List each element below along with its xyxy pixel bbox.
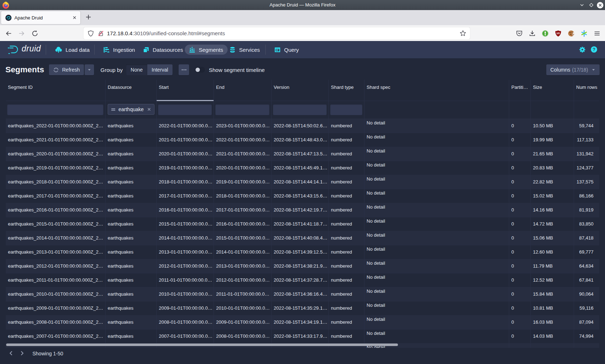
cell-segment-id: earthquakes_2022-01-01T00:00:00.000Z_2… (6, 119, 106, 133)
nav-item-services[interactable]: Services (225, 45, 264, 55)
nav-item-load-data[interactable]: Load data (51, 45, 94, 55)
cell-segment-id: earthquakes_2020-01-01T00:00:00.000Z_2… (6, 147, 106, 161)
column-header-size[interactable]: Size (531, 80, 574, 101)
column-header-segment-id[interactable]: Segment ID (6, 80, 106, 101)
tracking-shield-icon[interactable] (88, 30, 94, 37)
pocket-icon[interactable] (516, 30, 523, 37)
filter-cell-num-rows (574, 101, 599, 119)
column-header-start[interactable]: Start (157, 80, 214, 101)
cell-segment-id: earthquakes_2014-01-01T00:00:00.000Z_2… (6, 231, 106, 245)
url-bar[interactable]: 172.18.0.4:30109/unified-console.html#se… (84, 27, 470, 39)
ublock-origin-icon[interactable]: UO (555, 30, 562, 37)
cell-start: 2008-01-01T00:00:00.0… (157, 315, 214, 329)
url-host: 172.18.0.4 (107, 30, 133, 36)
pagination-footer: Showing 1-50 (0, 348, 605, 364)
cell-version: 2022-08-15T14:48:43.0… (272, 133, 329, 147)
start-filter-input[interactable] (158, 104, 212, 115)
navbar-divider (46, 45, 46, 55)
refresh-dropdown-button[interactable] (85, 64, 94, 75)
cell-partition: 0 (509, 217, 531, 231)
reload-button[interactable] (31, 30, 39, 37)
toggle-knob (196, 68, 200, 72)
tab-close-button[interactable] (71, 14, 79, 22)
cell-size: 20.83 MB (531, 161, 574, 175)
window-close-button[interactable] (596, 0, 604, 10)
window-maximize-button[interactable] (587, 0, 596, 10)
refresh-button[interactable]: Refresh (49, 64, 84, 75)
cell-segment-id: earthquakes_2015-01-01T00:00:00.000Z_2… (6, 217, 106, 231)
cell-segment-id: earthquakes_2019-01-01T00:00:00.000Z_2… (6, 161, 106, 175)
window-minimize-button[interactable] (578, 0, 586, 10)
column-header-shard-spec[interactable]: Shard spec (364, 80, 509, 101)
cell-partition: 0 (509, 119, 531, 133)
cell-segment-id: earthquakes_2010-01-01T00:00:00.000Z_2… (6, 287, 106, 301)
cell-datasource: earthquakes (106, 245, 157, 259)
cell-end: 2017-01-01T00:00:00.0… (214, 203, 272, 217)
druid-logo-icon (8, 45, 20, 54)
cell-end: 2010-01-01T00:00:00.0… (214, 301, 272, 315)
cell-start: 2018-01-01T00:00:00.0… (157, 175, 214, 189)
menu-hamburger-icon[interactable] (593, 30, 601, 37)
cell-num-rows (574, 343, 599, 348)
filter-tag-remove-icon[interactable] (147, 107, 151, 112)
group-by-none-button[interactable]: None (126, 64, 147, 75)
nav-item-ingestion[interactable]: Ingestion (99, 45, 139, 55)
column-header-datasource[interactable]: Datasource (106, 80, 157, 101)
cell-shard-type: numbered (329, 119, 364, 133)
privacy-badger-icon[interactable] (542, 30, 549, 37)
downloads-icon[interactable] (529, 30, 536, 37)
table-row: earthquakes_2018-01-01T00:00:00.000Z_2…e… (6, 175, 599, 189)
cell-end: 2008-01-01T00:00:00.0… (214, 329, 272, 343)
nav-item-segments[interactable]: Segments (185, 45, 228, 55)
forward-button[interactable] (18, 30, 25, 37)
group-by-interval-button[interactable]: Interval (147, 64, 172, 75)
cell-partition: 0 (509, 329, 531, 343)
insecure-lock-icon[interactable] (98, 30, 104, 37)
cell-size: 19.99 MB (531, 133, 574, 147)
cell-segment-id: earthquakes_2018-01-01T00:00:00.000Z_2… (6, 175, 106, 189)
back-button[interactable] (5, 30, 12, 37)
next-page-button[interactable] (19, 350, 25, 356)
browser-tab[interactable]: Apache Druid (1, 11, 80, 24)
nav-item-datasources[interactable]: Datasources (139, 45, 187, 55)
bookmark-star-icon[interactable] (460, 30, 466, 37)
settings-gear-icon[interactable] (579, 46, 586, 53)
column-header-end[interactable]: End (214, 80, 272, 101)
cell-shard-spec: No detail (364, 189, 509, 203)
end-filter-input[interactable] (215, 104, 269, 115)
column-header-shard-type[interactable]: Shard type (329, 80, 364, 101)
version-filter-input[interactable] (273, 104, 327, 115)
filter-cell-shard-spec (364, 101, 509, 119)
datasource-filter-tag[interactable]: earthquake (108, 104, 154, 115)
more-options-button[interactable] (179, 64, 189, 75)
cell-version: 2022-08-15T14:38:21.9… (272, 259, 329, 273)
columns-button[interactable]: Columns (17/18) (546, 64, 600, 75)
column-header-num-rows[interactable]: Num rows (574, 80, 599, 101)
cell-size: 14.72 MB (531, 217, 574, 231)
cell-partition: 0 (509, 189, 531, 203)
column-header-partition[interactable]: Partiti… (509, 80, 531, 101)
cookie-extension-icon[interactable] (568, 30, 575, 37)
column-header-version[interactable]: Version (272, 80, 329, 101)
flower-extension-icon[interactable] (581, 30, 588, 37)
nav-item-query[interactable]: Query (270, 45, 303, 55)
tab-title: Apache Druid (14, 15, 71, 21)
window-titlebar: Apache Druid — Mozilla Firefox (0, 0, 605, 10)
cell-shard-spec: No detail (364, 301, 509, 315)
refresh-icon (53, 67, 59, 73)
horizontal-scrollbar-thumb[interactable] (6, 343, 398, 346)
svg-text:?: ? (593, 47, 596, 52)
filter-cell-end (214, 101, 272, 119)
cell-end: 2018-01-01T00:00:00.0… (214, 189, 272, 203)
cell-start: 2011-01-01T00:00:00.0… (157, 273, 214, 287)
new-tab-button[interactable] (85, 14, 91, 20)
refresh-label: Refresh (62, 67, 80, 73)
stacked-sheets-icon (143, 47, 149, 53)
shard-type-filter-input[interactable] (330, 104, 362, 115)
help-icon[interactable]: ? (591, 46, 597, 53)
previous-page-button[interactable] (8, 350, 14, 356)
cell-size: 14.16 MB (531, 203, 574, 217)
timeline-toggle[interactable] (195, 67, 205, 73)
segment-id-filter-input[interactable] (7, 104, 103, 115)
filter-cell-partition (509, 101, 531, 119)
